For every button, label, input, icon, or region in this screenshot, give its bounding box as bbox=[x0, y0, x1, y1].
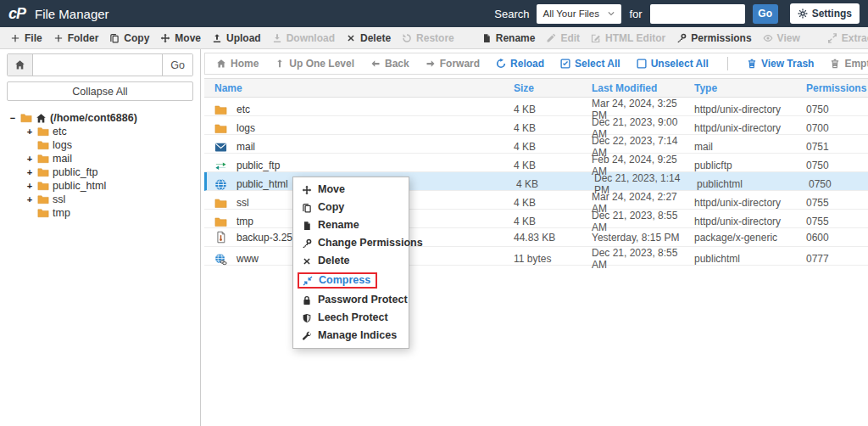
nav-view-trash-button[interactable]: View Trash bbox=[747, 58, 814, 70]
tree-expander-icon[interactable]: + bbox=[25, 195, 34, 204]
tree-item-ssl[interactable]: +ssl bbox=[7, 193, 193, 206]
column-header-permissions[interactable]: Permissions bbox=[806, 82, 868, 94]
toolbar-permissions-button[interactable]: Permissions bbox=[676, 32, 751, 44]
tree-item-tmp[interactable]: tmp bbox=[7, 206, 193, 220]
tree-item-public-html[interactable]: +public_html bbox=[7, 179, 193, 193]
copy-icon bbox=[302, 203, 312, 213]
column-header-name[interactable]: Name bbox=[204, 82, 514, 94]
toolbar-folder-button[interactable]: Folder bbox=[53, 32, 99, 44]
search-input[interactable] bbox=[650, 4, 745, 24]
content-area: Go Collapse All −(/home/cont6886)+etclog… bbox=[0, 49, 868, 426]
search-scope-select[interactable]: All Your Files bbox=[537, 4, 621, 24]
move-icon bbox=[302, 185, 312, 195]
settings-button[interactable]: Settings bbox=[790, 3, 860, 24]
tree-item-home-cont6886[interactable]: −(/home/cont6886) bbox=[7, 111, 193, 125]
key-icon bbox=[302, 238, 312, 249]
toolbar-copy-button[interactable]: Copy bbox=[109, 32, 149, 44]
home-icon bbox=[216, 59, 226, 69]
file-modified-cell: Yesterday, 8:15 PM bbox=[592, 232, 694, 244]
context-menu-password-protect[interactable]: Password Protect bbox=[293, 291, 409, 309]
tree-expander-icon[interactable]: + bbox=[25, 168, 34, 177]
gear-icon bbox=[798, 8, 808, 19]
sidebar-home-button[interactable] bbox=[8, 54, 33, 76]
context-menu-leech-protect[interactable]: Leech Protect bbox=[293, 309, 409, 327]
toolbar-upload-button[interactable]: Upload bbox=[212, 32, 261, 44]
file-size-cell: 4 KB bbox=[514, 160, 592, 171]
nav-empty-trash-button[interactable]: Empty Trash bbox=[830, 58, 868, 70]
tree-item-label: mail bbox=[53, 153, 72, 165]
eye-icon bbox=[763, 33, 773, 43]
copy-icon bbox=[109, 33, 120, 43]
context-menu-manage-indices[interactable]: Manage Indices bbox=[293, 327, 409, 345]
nav-forward-button[interactable]: Forward bbox=[426, 58, 480, 70]
collapse-all-button[interactable]: Collapse All bbox=[7, 81, 193, 101]
toolbar-download-button: Download bbox=[272, 32, 335, 44]
topbar: cP File Manager Search All Your Files fo… bbox=[0, 0, 868, 27]
compress-icon bbox=[303, 276, 313, 286]
column-header-type[interactable]: Type bbox=[694, 82, 806, 94]
nav-up-one-level-button[interactable]: Up One Level bbox=[275, 58, 354, 70]
file-name-cell: mail bbox=[204, 141, 514, 154]
toolbar-file-button[interactable]: File bbox=[10, 32, 42, 44]
file-perms-cell: 0750 bbox=[809, 178, 868, 190]
column-header-last-modified[interactable]: Last Modified bbox=[592, 82, 694, 94]
file-size-cell: 4 KB bbox=[514, 104, 592, 115]
context-menu-copy[interactable]: Copy bbox=[293, 199, 409, 216]
toolbar-view-button: View bbox=[763, 32, 800, 44]
arrow-right-icon bbox=[426, 59, 436, 69]
context-menu-change-permissions[interactable]: Change Permissions bbox=[293, 234, 409, 252]
toolbar-move-button[interactable]: Move bbox=[160, 32, 201, 44]
tree-expander-icon[interactable]: − bbox=[8, 114, 17, 122]
file-name-label: mail bbox=[236, 141, 255, 153]
tree-expander-icon[interactable]: + bbox=[25, 182, 34, 190]
extract-icon bbox=[827, 33, 837, 43]
file-row-logs[interactable]: logs4 KBDec 21, 2023, 9:00 AMhttpd/unix-… bbox=[204, 116, 868, 135]
toolbar-download-label: Download bbox=[287, 32, 335, 44]
file-name-label: ssl bbox=[236, 197, 249, 209]
toolbar-delete-button[interactable]: Delete bbox=[346, 32, 391, 44]
file-name-label: etc bbox=[236, 104, 250, 115]
context-menu-rename[interactable]: Rename bbox=[293, 216, 409, 234]
sidebar-path-input[interactable] bbox=[33, 54, 162, 76]
toolbar-rename-button[interactable]: Rename bbox=[481, 32, 536, 44]
arrow-up-icon bbox=[275, 59, 285, 69]
nav-reload-button[interactable]: Reload bbox=[496, 58, 544, 70]
nav-back-button[interactable]: Back bbox=[370, 58, 409, 70]
tree-item-label: logs bbox=[53, 139, 72, 151]
search-go-button[interactable]: Go bbox=[753, 4, 778, 24]
context-menu-item-label: Move bbox=[318, 183, 345, 196]
tree-item-public-ftp[interactable]: +public_ftp bbox=[7, 165, 193, 179]
file-row-etc[interactable]: etc4 KBMar 24, 2024, 3:25 PMhttpd/unix-d… bbox=[204, 98, 868, 116]
toolbar-restore-label: Restore bbox=[416, 32, 454, 44]
folder-icon bbox=[214, 122, 227, 135]
context-menu-delete[interactable]: Delete bbox=[293, 252, 409, 270]
column-header-size[interactable]: Size bbox=[514, 82, 592, 94]
home-icon bbox=[36, 113, 47, 124]
page-title: File Manager bbox=[35, 7, 109, 21]
folder-icon bbox=[37, 166, 49, 178]
nav-unselect-all-button[interactable]: Unselect All bbox=[637, 58, 709, 70]
nav-home-button[interactable]: Home bbox=[216, 58, 259, 70]
toolbar-rename-label: Rename bbox=[496, 32, 536, 44]
lock-icon bbox=[302, 295, 312, 305]
tree-item-logs[interactable]: logs bbox=[7, 138, 193, 152]
toolbar-delete-label: Delete bbox=[360, 32, 391, 44]
toolbar-move-label: Move bbox=[175, 32, 201, 44]
context-menu-item-label: Rename bbox=[318, 219, 359, 232]
context-menu-move[interactable]: Move bbox=[293, 181, 409, 199]
file-row-mail[interactable]: mail4 KBDec 22, 2023, 7:14 AMmail0751 bbox=[204, 135, 868, 154]
navigation-toolbar: HomeUp One LevelBackForwardReloadSelect … bbox=[204, 53, 868, 75]
sidebar-go-button[interactable]: Go bbox=[162, 54, 192, 76]
tree-item-label: public_ftp bbox=[53, 166, 98, 178]
nav-select-all-button[interactable]: Select All bbox=[560, 58, 620, 70]
reload-icon bbox=[496, 59, 506, 69]
toolbar-file-label: File bbox=[25, 32, 42, 44]
tree-expander-icon[interactable]: + bbox=[25, 154, 34, 163]
tree-item-etc[interactable]: +etc bbox=[7, 125, 193, 138]
tree-expander-icon[interactable]: + bbox=[25, 127, 34, 136]
file-row-public-ftp[interactable]: public_ftp4 KBFeb 24, 2024, 9:25 AMpubli… bbox=[204, 154, 868, 172]
compress-highlight-box: Compress bbox=[298, 272, 377, 289]
context-menu-compress[interactable]: Compress bbox=[293, 270, 409, 291]
tree-item-mail[interactable]: +mail bbox=[7, 152, 193, 165]
move-icon bbox=[160, 33, 170, 43]
